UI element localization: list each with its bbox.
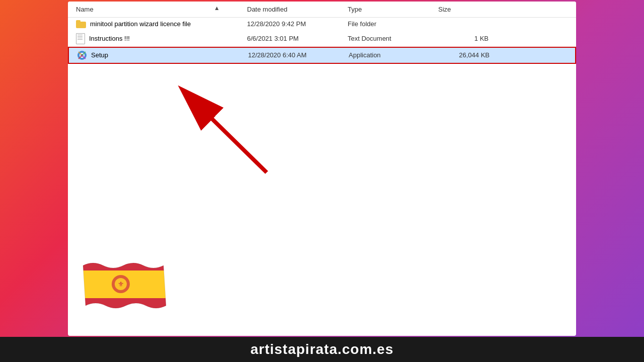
file-type-instructions: Text Document [348, 35, 438, 42]
svg-point-13 [115, 278, 127, 290]
table-header: ▲ Name Date modified Type Size [68, 2, 576, 18]
file-explorer: ▲ Name Date modified Type Size minitool … [68, 2, 576, 336]
file-type-folder: File folder [348, 20, 438, 28]
svg-rect-5 [77, 55, 79, 56]
column-header-name[interactable]: Name [76, 6, 247, 13]
table-row-instructions[interactable]: Instructions !!! 6/6/2021 3:01 PM Text D… [68, 31, 576, 47]
svg-point-12 [112, 275, 130, 293]
svg-rect-9 [78, 255, 171, 270]
file-date-setup: 12/28/2020 6:40 AM [248, 51, 349, 59]
svg-rect-4 [82, 58, 83, 60]
file-name-folder: minitool partition wizard licence file [90, 20, 191, 28]
spain-flag: ⚜ [78, 255, 171, 316]
document-icon [76, 33, 85, 44]
file-size-setup: 26,044 KB [439, 51, 490, 59]
file-name-instructions: Instructions !!! [89, 35, 130, 42]
svg-rect-3 [82, 51, 83, 52]
sort-arrow-icon: ▲ [214, 5, 220, 12]
file-name-setup: Setup [91, 51, 108, 59]
column-header-size[interactable]: Size [438, 6, 489, 13]
column-header-type[interactable]: Type [348, 6, 438, 13]
svg-line-8 [184, 91, 267, 172]
file-size-instructions: 1 KB [438, 35, 489, 42]
folder-icon [76, 20, 86, 28]
svg-text:⚜: ⚜ [118, 280, 124, 288]
svg-rect-10 [78, 270, 171, 298]
table-row-setup[interactable]: Setup 12/28/2020 6:40 AM Application 26,… [68, 47, 576, 64]
table-row-folder[interactable]: minitool partition wizard licence file 1… [68, 18, 576, 31]
setup-exe-icon [77, 50, 87, 60]
column-header-date[interactable]: Date modified [247, 6, 348, 13]
watermark-bar: artistapirata.com.es [0, 337, 644, 362]
file-date-folder: 12/28/2020 9:42 PM [247, 20, 348, 28]
watermark-text: artistapirata.com.es [251, 341, 394, 357]
svg-rect-11 [78, 298, 171, 316]
svg-rect-6 [85, 55, 87, 56]
file-type-setup: Application [349, 51, 439, 59]
file-date-instructions: 6/6/2021 3:01 PM [247, 35, 348, 42]
